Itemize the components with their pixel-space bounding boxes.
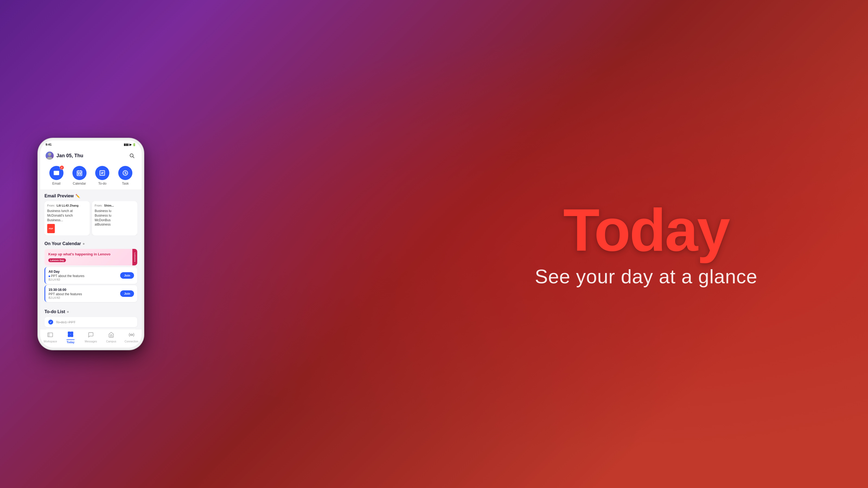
- action-todo[interactable]: To-do: [95, 166, 109, 186]
- today-icon: [67, 331, 73, 338]
- app-header: Jan 05, Thu: [40, 149, 142, 163]
- nav-messages[interactable]: Messages: [81, 332, 101, 343]
- calendar-section: On Your Calendar + Keep up what's happen…: [40, 237, 142, 305]
- todo-section-header: To-do List +: [44, 310, 137, 314]
- workspace-label: Workspace: [43, 340, 57, 343]
- avatar: [45, 152, 54, 160]
- email-body-1: Business lunch at McDonald's lunch Busin…: [47, 209, 87, 222]
- todo-section-title: To-do List: [44, 310, 65, 314]
- header-left: Jan 05, Thu: [45, 152, 83, 160]
- calendar-section-header: On Your Calendar +: [44, 241, 137, 246]
- email-badge: 2: [60, 165, 64, 170]
- lenovo-event-title: Keep up what's happening in Lenovo: [48, 252, 133, 256]
- email-pdf-row: PDF: [47, 224, 87, 233]
- svg-line-3: [133, 157, 134, 158]
- email-section-title: Email Preview: [44, 194, 74, 198]
- email-card-1[interactable]: From: Lili LL43 Zhang Business lunch at …: [44, 201, 90, 235]
- svg-rect-17: [71, 334, 73, 336]
- status-icons: ▮▮▮ ▶ 🔋: [124, 143, 136, 147]
- cal-event-name-1530: PPT about the features: [49, 292, 120, 296]
- todo-label: To-do: [98, 182, 106, 186]
- email-section-header: Email Preview ✏️: [44, 194, 137, 198]
- nav-campus[interactable]: Campus: [101, 332, 121, 343]
- join-btn-allday[interactable]: Join: [120, 272, 134, 279]
- email-label: Email: [52, 182, 61, 186]
- todo-icon-wrap: [95, 166, 109, 180]
- cal-time-allday: All Day: [49, 270, 120, 273]
- svg-point-2: [130, 154, 133, 157]
- cal-time-1530: 15:30-16:00: [49, 288, 120, 292]
- join-btn-1530[interactable]: Join: [120, 290, 134, 297]
- hero-title: Today: [563, 200, 729, 260]
- status-bar: 9:41 ▮▮▮ ▶ 🔋: [40, 140, 142, 149]
- svg-rect-8: [78, 173, 79, 174]
- nav-workspace[interactable]: Workspace: [40, 332, 61, 343]
- connection-label: Connection: [124, 340, 138, 343]
- email-icon-wrap: 2: [50, 166, 63, 180]
- todo-check-1[interactable]: [48, 320, 53, 325]
- bottom-nav: Workspace Today: [40, 329, 142, 348]
- hero-section: Today See your day at a glance: [452, 200, 841, 288]
- cal-event-name-allday: PPT about the features: [49, 274, 120, 278]
- email-from-1: From: Lili LL43 Zhang: [47, 204, 87, 207]
- lenovo-event-tag: Lenovo Day: [48, 258, 66, 262]
- svg-rect-4: [77, 171, 82, 176]
- cal-info-1530: 15:30-16:00 PPT about the features BJ-L4…: [49, 288, 120, 299]
- svg-rect-14: [68, 332, 70, 334]
- todo-text-1: To-do1: PPT: [56, 320, 75, 324]
- lenovo-event-left: Keep up what's happening in Lenovo Lenov…: [48, 252, 133, 262]
- add-todo-icon[interactable]: +: [67, 310, 69, 314]
- add-calendar-icon[interactable]: +: [83, 241, 85, 246]
- nav-today-underline: [66, 339, 74, 340]
- messages-label: Messages: [85, 340, 97, 343]
- task-icon-wrap: [118, 166, 132, 180]
- cal-location-1530: BJ-L4-N3: [49, 296, 120, 299]
- cal-location-allday: BJ-L4-N3: [49, 278, 120, 281]
- svg-point-1: [47, 157, 52, 160]
- search-button[interactable]: [127, 151, 136, 160]
- nav-connection[interactable]: Connection: [121, 332, 142, 343]
- email-preview-section: Email Preview ✏️ From: Lili LL43 Zhang B…: [40, 190, 142, 237]
- hero-subtitle: See your day at a glance: [535, 265, 757, 288]
- nav-today[interactable]: Today: [61, 331, 81, 344]
- svg-point-0: [48, 153, 51, 156]
- quick-actions-bar: 2 Email Cale: [40, 163, 142, 190]
- phone-shell: 9:41 ▮▮▮ ▶ 🔋 Jan 05, Thu: [38, 138, 144, 350]
- campus-icon: [108, 332, 114, 339]
- calendar-item-1530[interactable]: 15:30-16:00 PPT about the features BJ-L4…: [44, 285, 137, 302]
- svg-rect-16: [68, 334, 70, 336]
- task-label: Task: [122, 182, 129, 186]
- email-from-2: From: Shim...: [95, 204, 134, 207]
- header-date: Jan 05, Thu: [56, 153, 83, 159]
- calendar-item-allday[interactable]: All Day PPT about the features BJ-L4-N3 …: [44, 267, 137, 284]
- edit-icon[interactable]: ✏️: [75, 194, 80, 198]
- status-time: 9:41: [45, 143, 52, 146]
- scroll-content: Email Preview ✏️ From: Lili LL43 Zhang B…: [40, 190, 142, 348]
- lenovo-side-bar: Lenovo: [132, 249, 137, 265]
- action-calendar[interactable]: Calendar: [72, 166, 87, 186]
- calendar-icon-wrap: [72, 166, 87, 180]
- messages-icon: [88, 332, 94, 339]
- action-task[interactable]: Task: [118, 166, 132, 186]
- pdf-icon: PDF: [47, 224, 55, 233]
- action-email[interactable]: 2 Email: [50, 166, 63, 186]
- lenovo-day-banner[interactable]: Keep up what's happening in Lenovo Lenov…: [44, 249, 137, 265]
- svg-rect-9: [80, 173, 81, 174]
- today-label: Today: [67, 341, 74, 344]
- phone-wrapper: 9:41 ▮▮▮ ▶ 🔋 Jan 05, Thu: [38, 138, 144, 350]
- campus-label: Campus: [106, 340, 116, 343]
- svg-point-18: [131, 334, 132, 336]
- email-body-2: Business luBusiness luMcDonBusatBusiness: [95, 209, 134, 227]
- svg-rect-15: [71, 332, 73, 334]
- email-card-2[interactable]: From: Shim... Business luBusiness luMcDo…: [92, 201, 137, 235]
- phone-screen: 9:41 ▮▮▮ ▶ 🔋 Jan 05, Thu: [40, 140, 142, 348]
- calendar-label: Calendar: [73, 182, 86, 186]
- lenovo-bar-text: Lenovo: [134, 253, 136, 262]
- todo-item-1[interactable]: To-do1: PPT: [44, 317, 137, 327]
- connection-icon: [129, 332, 134, 339]
- calendar-section-title: On Your Calendar: [44, 241, 81, 246]
- email-cards-row: From: Lili LL43 Zhang Business lunch at …: [44, 201, 137, 235]
- cal-info-allday: All Day PPT about the features BJ-L4-N3: [49, 270, 120, 281]
- workspace-icon: [47, 332, 53, 339]
- svg-rect-12: [48, 333, 53, 337]
